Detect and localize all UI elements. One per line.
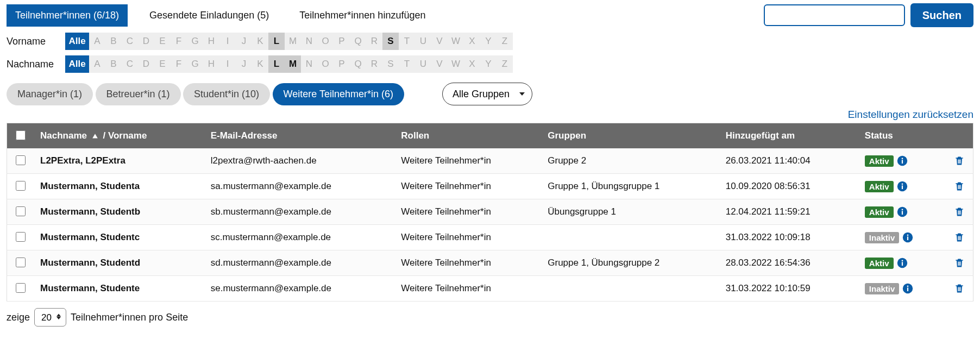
nachname-filter-letter-U[interactable]: U bbox=[415, 55, 431, 73]
search-button[interactable]: Suchen bbox=[910, 3, 973, 27]
search-input[interactable] bbox=[764, 4, 905, 26]
nachname-filter-letter-R[interactable]: R bbox=[366, 55, 382, 73]
role-pill-2[interactable]: Student*in (10) bbox=[183, 83, 270, 105]
trash-icon[interactable] bbox=[954, 181, 965, 192]
row-checkbox[interactable] bbox=[16, 258, 26, 267]
nachname-filter-all[interactable]: Alle bbox=[65, 55, 89, 73]
nachname-filter-letter-Q[interactable]: Q bbox=[350, 55, 366, 73]
column-header-roles[interactable]: Rollen bbox=[394, 123, 541, 149]
tab-1[interactable]: Gesendete Einladungen (5) bbox=[141, 4, 278, 27]
vorname-filter-all[interactable]: Alle bbox=[65, 33, 89, 50]
vorname-filter-letter-Q[interactable]: Q bbox=[350, 33, 366, 50]
column-header-groups[interactable]: Gruppen bbox=[541, 123, 719, 149]
info-icon[interactable] bbox=[902, 232, 913, 243]
nachname-filter-letter-T[interactable]: T bbox=[399, 55, 415, 73]
trash-icon[interactable] bbox=[954, 206, 965, 217]
status-badge: Aktiv bbox=[865, 155, 894, 167]
vorname-filter-letter-L[interactable]: L bbox=[268, 33, 285, 50]
svg-rect-6 bbox=[960, 160, 961, 164]
row-checkbox[interactable] bbox=[16, 181, 26, 191]
nachname-filter-letter-S[interactable]: S bbox=[382, 55, 399, 73]
vorname-alpha-bar: AlleABCDEFGHIJKLMNOPQRSTUVWXYZ bbox=[65, 33, 513, 50]
vorname-filter-letter-C[interactable]: C bbox=[122, 33, 138, 50]
nachname-filter-letter-O[interactable]: O bbox=[317, 55, 334, 73]
column-header-email[interactable]: E-Mail-Adresse bbox=[204, 123, 395, 149]
nachname-filter-letter-X[interactable]: X bbox=[464, 55, 480, 73]
column-header-status[interactable]: Status bbox=[858, 123, 946, 149]
vorname-filter-letter-T[interactable]: T bbox=[399, 33, 415, 50]
nachname-filter-letter-F[interactable]: F bbox=[171, 55, 187, 73]
vorname-filter-letter-P[interactable]: P bbox=[334, 33, 350, 50]
nachname-filter-letter-Z[interactable]: Z bbox=[497, 55, 513, 73]
nachname-filter-letter-K[interactable]: K bbox=[252, 55, 268, 73]
info-icon[interactable] bbox=[902, 283, 913, 294]
info-icon[interactable] bbox=[897, 258, 908, 268]
vorname-filter-letter-N[interactable]: N bbox=[301, 33, 317, 50]
vorname-filter-letter-X[interactable]: X bbox=[464, 33, 480, 50]
vorname-filter-letter-F[interactable]: F bbox=[171, 33, 187, 50]
nachname-filter-letter-P[interactable]: P bbox=[334, 55, 350, 73]
trash-icon[interactable] bbox=[954, 258, 965, 268]
info-icon[interactable] bbox=[897, 155, 908, 166]
vorname-filter-letter-A[interactable]: A bbox=[89, 33, 105, 50]
info-icon[interactable] bbox=[897, 181, 908, 192]
cell-name: Mustermann, Studentd bbox=[34, 250, 204, 276]
role-pill-1[interactable]: Betreuer*in (1) bbox=[96, 83, 181, 105]
cell-groups: Gruppe 2 bbox=[541, 148, 719, 174]
trash-icon[interactable] bbox=[954, 283, 965, 294]
vorname-filter-letter-E[interactable]: E bbox=[154, 33, 171, 50]
nachname-filter-letter-J[interactable]: J bbox=[236, 55, 252, 73]
role-pill-0[interactable]: Manager*in (1) bbox=[7, 83, 93, 105]
nachname-filter-letter-E[interactable]: E bbox=[154, 55, 171, 73]
reset-settings-link[interactable]: Einstellungen zurücksetzen bbox=[848, 109, 973, 120]
vorname-filter-letter-O[interactable]: O bbox=[317, 33, 334, 50]
vorname-filter-letter-K[interactable]: K bbox=[252, 33, 268, 50]
vorname-filter-letter-V[interactable]: V bbox=[431, 33, 448, 50]
nachname-filter-letter-V[interactable]: V bbox=[431, 55, 448, 73]
group-select[interactable]: Alle Gruppen bbox=[442, 83, 532, 105]
row-checkbox[interactable] bbox=[16, 155, 26, 165]
vorname-filter-letter-U[interactable]: U bbox=[415, 33, 431, 50]
nachname-filter-letter-L[interactable]: L bbox=[268, 55, 285, 73]
select-all-checkbox[interactable] bbox=[16, 130, 26, 140]
nachname-filter-letter-N[interactable]: N bbox=[301, 55, 317, 73]
trash-icon[interactable] bbox=[954, 155, 965, 166]
role-pill-3[interactable]: Weitere Teilnehmer*in (6) bbox=[273, 83, 404, 105]
nachname-filter-letter-A[interactable]: A bbox=[89, 55, 105, 73]
nachname-filter-letter-G[interactable]: G bbox=[187, 55, 203, 73]
vorname-filter-letter-H[interactable]: H bbox=[203, 33, 219, 50]
vorname-filter-letter-B[interactable]: B bbox=[105, 33, 122, 50]
cell-status: Aktiv bbox=[858, 148, 946, 174]
vorname-filter-letter-D[interactable]: D bbox=[138, 33, 154, 50]
nachname-filter-letter-I[interactable]: I bbox=[219, 55, 236, 73]
svg-rect-11 bbox=[959, 185, 960, 190]
vorname-filter-letter-Y[interactable]: Y bbox=[480, 33, 497, 50]
row-checkbox[interactable] bbox=[16, 232, 26, 242]
nachname-filter-letter-W[interactable]: W bbox=[448, 55, 464, 73]
cell-added: 12.04.2021 11:59:21 bbox=[719, 199, 858, 225]
tab-0[interactable]: Teilnehmer*innen (6/18) bbox=[7, 4, 128, 27]
trash-icon[interactable] bbox=[954, 232, 965, 243]
nachname-filter-letter-H[interactable]: H bbox=[203, 55, 219, 73]
column-header-name[interactable]: Nachname / Vorname bbox=[34, 123, 204, 149]
vorname-filter-letter-W[interactable]: W bbox=[448, 33, 464, 50]
nachname-filter-letter-Y[interactable]: Y bbox=[480, 55, 497, 73]
nachname-filter-letter-B[interactable]: B bbox=[105, 55, 122, 73]
vorname-filter-letter-J[interactable]: J bbox=[236, 33, 252, 50]
vorname-filter-letter-S[interactable]: S bbox=[382, 33, 399, 50]
vorname-filter-letter-Z[interactable]: Z bbox=[497, 33, 513, 50]
row-checkbox[interactable] bbox=[16, 206, 26, 216]
cell-groups: Gruppe 1, Übungsgruppe 2 bbox=[541, 250, 719, 276]
row-checkbox[interactable] bbox=[16, 283, 26, 293]
vorname-filter-letter-I[interactable]: I bbox=[219, 33, 236, 50]
nachname-filter-letter-C[interactable]: C bbox=[122, 55, 138, 73]
vorname-filter-letter-M[interactable]: M bbox=[285, 33, 301, 50]
column-header-added[interactable]: Hinzugefügt am bbox=[719, 123, 858, 149]
per-page-select[interactable]: 20 bbox=[34, 308, 66, 327]
nachname-filter-letter-M[interactable]: M bbox=[285, 55, 301, 73]
vorname-filter-letter-G[interactable]: G bbox=[187, 33, 203, 50]
nachname-filter-letter-D[interactable]: D bbox=[138, 55, 154, 73]
tab-2[interactable]: Teilnehmer*innen hinzufügen bbox=[291, 4, 434, 27]
vorname-filter-letter-R[interactable]: R bbox=[366, 33, 382, 50]
info-icon[interactable] bbox=[897, 206, 908, 217]
